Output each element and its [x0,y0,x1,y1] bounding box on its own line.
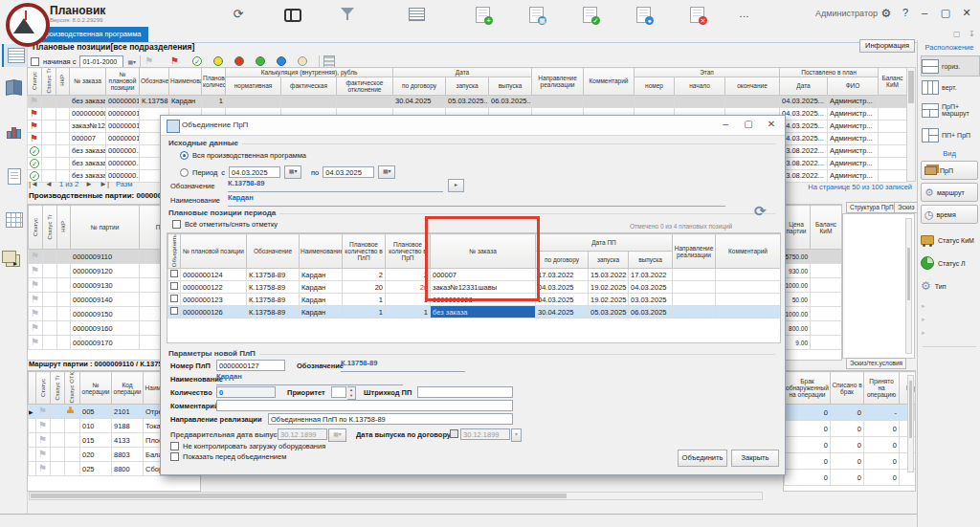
row-checkbox[interactable] [170,282,178,290]
close-button[interactable]: ✕ [959,7,974,19]
help-button[interactable]: ? [898,7,913,18]
col-fact[interactable]: фактическая [281,77,337,95]
expander-chevron-icon[interactable]: ▸ [922,316,925,323]
col-stage-end[interactable]: окончание [725,77,780,95]
col-launch[interactable]: запуска [446,77,489,95]
table-row[interactable]: 000 [785,470,917,486]
pager-last-icon[interactable]: ►| [100,180,109,188]
col-balance[interactable]: Баланс КиМ [879,68,907,96]
col-status-tg[interactable]: Статус Тг [55,375,61,401]
status-red-filter-icon[interactable] [234,56,244,66]
row-checkbox[interactable] [170,270,178,277]
comment-input[interactable] [216,400,513,411]
table-row[interactable]: ⚑ без заказа0000000126 К.13758-89Кардан … [28,95,907,107]
sketch-panel-scrollbar[interactable] [905,218,912,354]
sidebar-item-archive[interactable] [2,77,25,99]
col-release[interactable]: выпуска [489,77,532,95]
tab-structure-prp[interactable]: Структура ПрП [846,202,898,213]
period-from-input[interactable]: 04.03.2025 [229,166,280,178]
col-placed-date[interactable]: Дата [780,77,828,95]
sidebar-item-report-table[interactable] [2,209,25,231]
col-qty-prp[interactable]: Плановое количество в ПрП [386,234,431,269]
col-designation[interactable]: Обозначение [247,234,300,269]
pager-next-icon[interactable]: ► [85,180,93,188]
dialog-minimize-button[interactable]: – [719,119,732,129]
refresh-icon[interactable]: ⟳ [754,203,767,220]
refresh-icon[interactable]: ⟳ [230,6,247,22]
pager-expand-link[interactable]: Разм [116,180,132,188]
spinner-arrows-icon[interactable]: ▲▼ [347,386,356,400]
info-document-icon[interactable]: ● [636,7,651,23]
layout-pp-prp-button[interactable]: ПП+ ПрП [921,122,980,147]
col-status[interactable]: Статус [40,379,47,397]
col-comment[interactable]: Комментарий [584,68,635,96]
filter-funnel-icon[interactable] [341,8,354,21]
status-done-filter-icon[interactable]: ✓ [192,56,202,66]
col-launch[interactable]: запуска [589,252,629,269]
col-qty[interactable]: Плановое количество [202,68,226,96]
row-checkbox[interactable] [170,295,178,302]
col-op-no[interactable]: № операции [80,372,112,405]
table-document-icon[interactable]: ▦ [529,7,544,23]
dialog-close-button[interactable]: ✕ [765,119,778,129]
col-nkr[interactable]: НКР [60,221,67,232]
status-yellow-filter-icon[interactable] [213,56,223,66]
col-direction[interactable]: Направление реализации [532,68,584,96]
col-batch[interactable]: № партии [71,206,140,250]
starting-from-date-input[interactable]: 01-01-2000 [79,55,123,68]
pager-first-icon[interactable]: |◄ [29,180,38,188]
view-prp-button[interactable]: ПрП [921,161,978,180]
radio-all-program[interactable]: Вся производственная программа [180,151,306,160]
grouping-icon[interactable] [323,55,335,68]
calendar-icon[interactable]: ▦▾ [284,165,301,179]
table-row[interactable]: 930.00 [783,264,842,278]
layout-horizontal-button[interactable]: гориз. [921,55,980,77]
quality-scrollbar[interactable] [907,375,914,472]
merge-button[interactable]: Объединить [678,450,727,467]
col-op-code[interactable]: Код операции [112,372,144,405]
flag-gray-filter-icon[interactable]: ⚑ [145,56,153,66]
maximize-button[interactable]: ▢ [938,7,953,19]
col-fact-dev[interactable]: фактическое отклонение [337,77,393,95]
table-row[interactable]: 0000000126К.13758-89Кардан 11 без заказа… [168,306,781,318]
minimize-button[interactable]: – [917,7,932,18]
col-writeoff[interactable]: Списано в брак [831,372,864,405]
designation-lookup-button[interactable]: ▸ [448,179,464,192]
col-stage-begin[interactable]: начало [675,77,725,95]
confirm-document-icon[interactable]: ✓ [583,7,597,23]
col-placed-fio[interactable]: ФИО [828,77,879,95]
col-status-tg[interactable]: Статус Тг [46,68,53,94]
view-time-button[interactable]: ◷ время [921,205,978,224]
col-comment[interactable]: Комментарий [716,234,781,269]
col-release[interactable]: выпуска [629,252,673,269]
col-contract[interactable]: по договору [393,77,446,95]
table-row[interactable]: 000 [785,453,917,470]
table-row[interactable]: 00- [785,405,917,421]
col-accepted[interactable]: Принято на операцию [864,372,900,405]
status-kim-button[interactable]: Статус КиМ [921,230,980,251]
settings-gear-icon[interactable]: ⚙ [879,7,894,20]
layout-vertical-button[interactable]: верт. [921,77,980,98]
calendar-icon[interactable]: ▦▾ [378,165,395,179]
col-name[interactable]: Наименование [300,234,343,269]
params-name-field[interactable]: Кардан [216,372,403,385]
barcode-input[interactable] [417,386,513,398]
period-to-input[interactable]: 04.03.2025 [323,166,374,178]
col-status[interactable]: Статус [33,218,39,236]
table-row[interactable]: 000 [785,421,917,437]
search-binoculars-icon[interactable] [284,9,301,20]
table-row[interactable]: 000 [785,437,917,453]
table-row[interactable]: 1000.00 [783,278,842,293]
col-merge[interactable]: Объединить [171,234,178,267]
check-all-checkbox[interactable]: Всё отметить/снять отметку [172,220,278,229]
view-route-button[interactable]: ⚙ маршрут [921,183,978,202]
radio-period[interactable]: Период с 04.03.2025 ▦▾ по 04.03.2025 ▦▾ [180,165,395,179]
positions-vertical-scrollbar[interactable] [906,67,916,182]
tab-sketch-conditions[interactable]: Эскиз/тех.условия [846,358,906,369]
table-row[interactable]: 800.00 [783,321,842,336]
dialog-titlebar[interactable] [161,116,785,136]
table-row[interactable]: 1000.00 [783,307,842,321]
table-row[interactable]: 5750.00 [783,250,842,264]
col-pos[interactable]: № плановой позиции [106,68,140,96]
priority-spinner[interactable] [331,386,346,398]
